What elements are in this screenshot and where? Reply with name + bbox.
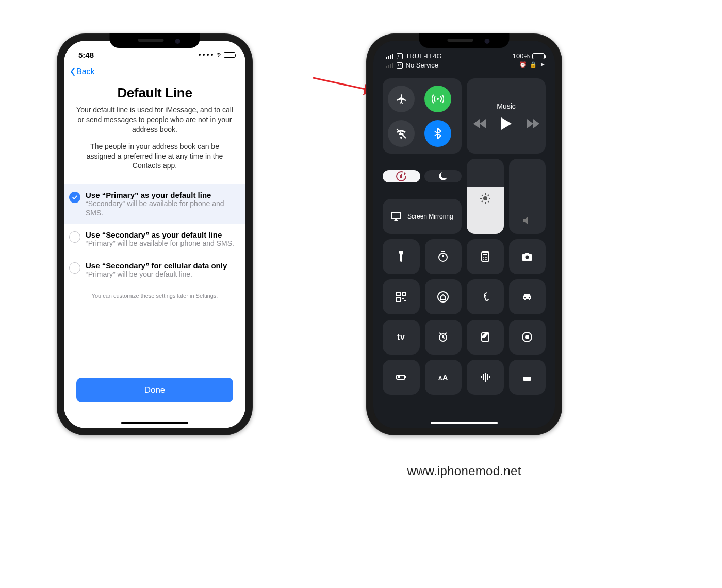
svg-line-39 bbox=[445, 333, 447, 334]
airplay-icon bbox=[390, 210, 402, 223]
sim1-carrier: TRUE-H 4G bbox=[406, 52, 442, 60]
chevron-left-icon bbox=[69, 67, 76, 76]
svg-point-23 bbox=[485, 259, 486, 260]
option-primary-default[interactable]: Use “Primary” as your default line “Seco… bbox=[64, 184, 245, 224]
svg-point-24 bbox=[486, 259, 487, 260]
screen-mirroring-tile[interactable]: Screen Mirroring bbox=[383, 199, 462, 234]
clock: 5:48 bbox=[78, 51, 94, 59]
dnd-toggle[interactable] bbox=[424, 170, 462, 182]
textsize-icon: AA bbox=[438, 373, 448, 382]
svg-point-33 bbox=[524, 297, 526, 298]
home-indicator[interactable] bbox=[121, 422, 188, 424]
svg-line-11 bbox=[488, 201, 489, 202]
battery-icon bbox=[532, 53, 545, 59]
rewind-icon[interactable] bbox=[473, 117, 486, 130]
appletv-tile[interactable]: tv bbox=[383, 320, 420, 355]
sim-letter: E bbox=[397, 53, 403, 59]
alarm-icon bbox=[437, 331, 449, 343]
option-sub: “Primary” will be your default line. bbox=[86, 270, 227, 279]
radio-icon bbox=[69, 231, 80, 243]
carplay-tile[interactable] bbox=[509, 279, 546, 314]
media-controls[interactable]: Music bbox=[467, 78, 546, 154]
play-icon[interactable] bbox=[500, 117, 513, 130]
bluetooth-toggle[interactable] bbox=[424, 120, 451, 147]
canvas: 5:48 Back Default Line Your default line… bbox=[0, 0, 722, 588]
status-right bbox=[199, 51, 235, 59]
wifi-toggle[interactable] bbox=[388, 120, 415, 147]
media-title: Music bbox=[497, 102, 516, 110]
svg-point-19 bbox=[483, 257, 484, 258]
svg-point-22 bbox=[483, 259, 484, 260]
svg-rect-26 bbox=[397, 292, 400, 296]
lock-dnd-row bbox=[383, 159, 462, 194]
home-tile[interactable] bbox=[425, 279, 462, 314]
brightness-slider[interactable] bbox=[467, 159, 504, 234]
calculator-icon bbox=[479, 250, 491, 263]
sim1-row: E TRUE-H 4G bbox=[386, 52, 442, 60]
intro-1: Your default line is used for iMessage, … bbox=[64, 105, 245, 142]
svg-point-42 bbox=[525, 335, 529, 339]
svg-line-10 bbox=[482, 195, 483, 196]
forward-icon[interactable] bbox=[527, 117, 539, 130]
option-sub: “Secondary” will be available for phone … bbox=[86, 199, 238, 217]
volume-slider[interactable] bbox=[509, 159, 546, 234]
speaker-icon bbox=[521, 214, 533, 227]
lowpower-tile[interactable] bbox=[383, 360, 420, 395]
camera-tile[interactable] bbox=[509, 239, 546, 274]
option-title: Use “Secondary” for cellular data only bbox=[86, 261, 227, 270]
waveform-icon bbox=[479, 371, 491, 383]
qr-tile[interactable] bbox=[383, 279, 420, 314]
svg-rect-4 bbox=[391, 212, 401, 219]
antenna-icon bbox=[432, 93, 444, 105]
option-title: Use “Secondary” as your default line bbox=[86, 230, 234, 239]
back-label: Back bbox=[76, 67, 95, 76]
svg-line-13 bbox=[488, 195, 489, 196]
timer-tile[interactable] bbox=[425, 239, 462, 274]
appletv-icon: tv bbox=[397, 332, 405, 342]
textsize-tile[interactable]: AA bbox=[425, 360, 462, 395]
notes-tile[interactable] bbox=[467, 320, 504, 355]
option-secondary-data-only[interactable]: Use “Secondary” for cellular data only “… bbox=[64, 255, 245, 285]
svg-rect-27 bbox=[402, 292, 406, 296]
svg-point-21 bbox=[486, 257, 487, 258]
option-secondary-default[interactable]: Use “Secondary” as your default line “Pr… bbox=[64, 224, 245, 255]
bluetooth-icon bbox=[432, 127, 444, 140]
screen-settings: 5:48 Back Default Line Your default line… bbox=[64, 41, 245, 428]
calculator-tile[interactable] bbox=[467, 239, 504, 274]
svg-line-12 bbox=[482, 201, 483, 202]
done-button[interactable]: Done bbox=[76, 378, 233, 402]
cellular-toggle[interactable] bbox=[424, 86, 451, 112]
intro-2: The people in your address book can be a… bbox=[64, 142, 245, 184]
flashlight-tile[interactable] bbox=[383, 239, 420, 274]
notch bbox=[110, 33, 200, 48]
alarm-tile[interactable] bbox=[425, 320, 462, 355]
screen-control-center: E TRUE-H 4G P No Service 100% ⏰ 🔒 ➤ bbox=[373, 41, 555, 428]
screen-mirroring-label: Screen Mirroring bbox=[407, 213, 453, 220]
record-icon bbox=[521, 331, 533, 343]
svg-line-0 bbox=[313, 78, 375, 91]
svg-point-20 bbox=[485, 257, 486, 258]
svg-rect-52 bbox=[523, 375, 531, 377]
orientation-lock-toggle[interactable] bbox=[383, 170, 420, 182]
option-sub: “Primary” will be available for phone an… bbox=[86, 239, 234, 248]
voice-memo-tile[interactable] bbox=[467, 360, 504, 395]
svg-point-1 bbox=[437, 98, 439, 100]
notch bbox=[419, 33, 510, 48]
hearing-tile[interactable] bbox=[467, 279, 504, 314]
svg-rect-44 bbox=[405, 376, 406, 378]
signal-bars-icon bbox=[386, 63, 393, 68]
svg-line-38 bbox=[439, 333, 441, 334]
home-indicator[interactable] bbox=[431, 422, 498, 424]
wallet-tile[interactable] bbox=[509, 360, 546, 395]
status-indicators: ⏰ 🔒 ➤ bbox=[519, 61, 545, 68]
record-tile[interactable] bbox=[509, 320, 546, 355]
wifi-off-icon bbox=[395, 127, 407, 140]
timer-icon bbox=[437, 250, 449, 263]
page-title: Default Line bbox=[64, 82, 245, 105]
svg-point-5 bbox=[483, 196, 487, 200]
location-icon: ➤ bbox=[540, 61, 545, 68]
back-button[interactable]: Back bbox=[64, 61, 245, 82]
svg-rect-29 bbox=[402, 298, 404, 299]
control-center-grid: Music Screen Mirroring bbox=[373, 75, 555, 398]
airplane-toggle[interactable] bbox=[388, 86, 415, 112]
